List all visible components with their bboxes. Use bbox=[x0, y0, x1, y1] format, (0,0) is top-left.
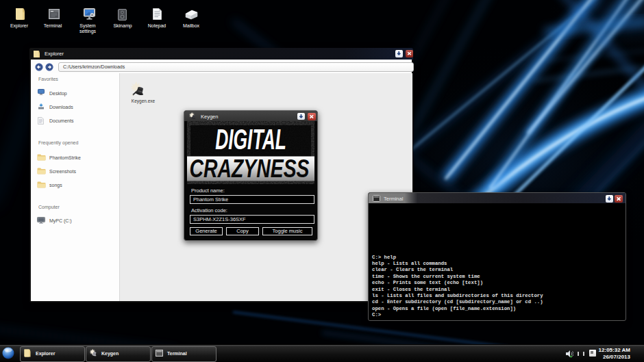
svg-text:CRAZYNESS: CRAZYNESS bbox=[189, 155, 310, 183]
svg-text:DIGITAL: DIGITAL bbox=[215, 123, 286, 155]
